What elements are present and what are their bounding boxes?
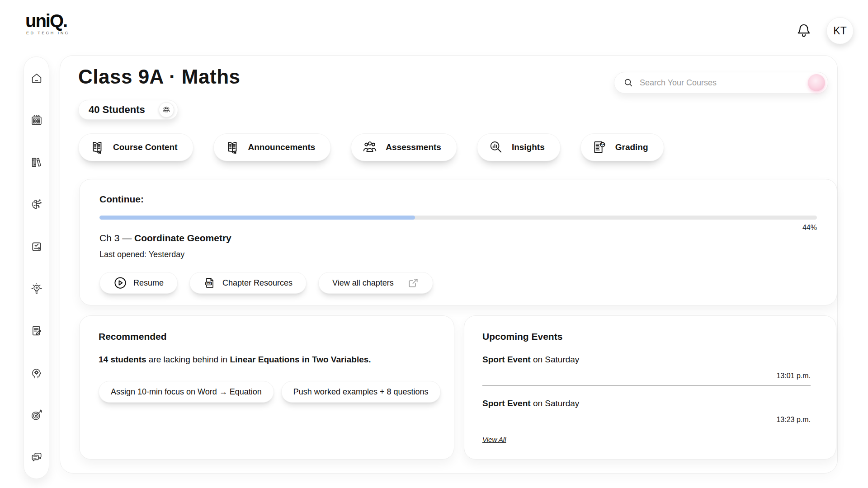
tab-announcements[interactable]: Announcements [213, 133, 331, 161]
event-title: Sport Event on Saturday [482, 399, 818, 408]
event-title: Sport Event on Saturday [482, 355, 818, 365]
graded-paper-icon: A+ [592, 140, 607, 155]
svg-text:A+: A+ [600, 143, 604, 146]
sidebar [24, 56, 49, 479]
lagging-students-count: 14 students [99, 355, 146, 364]
resume-label: Resume [133, 278, 164, 288]
progress-percent-label: 44% [99, 224, 817, 232]
open-book-icon [225, 140, 240, 155]
tab-label: Grading [615, 142, 648, 152]
recommended-card: Recommended 14 students are lacking behi… [79, 315, 454, 460]
event-name: Sport Event [482, 399, 531, 408]
calendar-icon [30, 114, 43, 127]
tab-insights[interactable]: Insights [477, 133, 561, 161]
user-avatar[interactable]: KT [826, 17, 854, 44]
page-title: Class 9A · Maths [78, 66, 240, 88]
chapter-progress-fill [99, 216, 415, 220]
recommended-actions: Assign 10-min focus on Word → Equation P… [99, 381, 435, 403]
recommended-message: 14 students are lacking behind in Linear… [99, 355, 435, 365]
tab-label: Insights [512, 142, 545, 152]
event-time: 13:01 p.m. [482, 372, 818, 380]
main-panel: Class 9A · Maths 40 Students [60, 55, 838, 474]
sidebar-item-home[interactable] [30, 71, 43, 85]
chapter-progress-bar [99, 216, 817, 220]
tab-label: Announcements [248, 142, 316, 152]
upcoming-events-card: Upcoming Events Sport Event on Saturday … [464, 315, 836, 460]
sidebar-item-goals[interactable] [30, 408, 43, 422]
view-all-chapters-button[interactable]: View all chapters [318, 272, 433, 294]
brand-tagline: ED TECH INC [26, 31, 70, 35]
topbar-actions: KT [793, 17, 854, 44]
continue-heading: Continue: [99, 194, 817, 205]
tab-assessments[interactable]: Assessments [351, 133, 457, 161]
notifications-button[interactable] [793, 20, 815, 42]
students-badge[interactable]: 40 Students [78, 100, 178, 120]
sidebar-item-ai[interactable] [30, 198, 43, 211]
students-badge-label: 40 Students [89, 104, 145, 116]
chapter-prefix: Ch 3 — [99, 233, 134, 243]
assign-focus-label: Assign 10-min focus on Word → Equation [111, 387, 262, 397]
sidebar-item-tasks[interactable] [30, 240, 43, 253]
tab-course-content[interactable]: Course Content [78, 133, 193, 161]
event-day: on Saturday [531, 399, 580, 408]
assignment-pen-icon [30, 324, 43, 337]
sidebar-item-library[interactable] [30, 155, 43, 169]
idea-lightbulb-icon [30, 282, 43, 295]
brand-logo: uniQ. ED TECH INC [25, 12, 70, 35]
push-examples-label: Push worked examples + 8 questions [293, 387, 429, 397]
push-examples-button[interactable]: Push worked examples + 8 questions [281, 381, 441, 403]
events-heading: Upcoming Events [482, 331, 818, 342]
chart-magnifier-icon [488, 140, 504, 155]
open-book-icon [90, 140, 105, 155]
students-group-icon [159, 102, 174, 117]
assign-focus-button[interactable]: Assign 10-min focus on Word → Equation [99, 381, 274, 403]
goal-target-icon [30, 409, 43, 422]
search-icon [623, 78, 633, 88]
continue-card: Continue: 44% Ch 3 — Coordinate Geometry… [79, 179, 837, 305]
people-group-icon [362, 140, 377, 155]
event-day: on Saturday [531, 355, 580, 364]
svg-text:PDF: PDF [207, 282, 211, 285]
sidebar-item-assignments[interactable] [30, 324, 43, 338]
event-row: Sport Event on Saturday 13:01 p.m. [482, 355, 818, 380]
resume-button[interactable]: Resume [99, 272, 178, 294]
course-tabs: Course Content Announcements Assessmen [78, 133, 664, 161]
sidebar-item-mind[interactable] [30, 366, 43, 380]
sidebar-item-messages[interactable] [30, 450, 43, 464]
play-circle-icon [113, 276, 127, 290]
brand-logo-text: uniQ. [25, 12, 70, 30]
library-books-icon [30, 156, 43, 169]
sidebar-item-calendar[interactable] [30, 113, 43, 127]
chat-icon [30, 451, 43, 464]
tab-label: Assessments [386, 142, 441, 152]
sidebar-item-ideas[interactable] [30, 282, 43, 296]
chapter-resources-label: Chapter Resources [222, 278, 292, 288]
chapter-name: Coordinate Geometry [134, 233, 231, 243]
search-action-button[interactable] [808, 74, 825, 91]
event-time: 13:23 p.m. [482, 416, 818, 424]
external-link-icon [407, 277, 419, 289]
lagging-topic: Linear Equations in Two Variables. [230, 355, 371, 364]
event-divider [482, 385, 811, 386]
recommended-heading: Recommended [99, 331, 435, 342]
mind-gear-icon [30, 367, 43, 380]
view-all-events-link[interactable]: View All [482, 436, 506, 443]
course-search [614, 72, 828, 94]
chapter-title: Ch 3 — Coordinate Geometry [99, 233, 817, 244]
ai-brain-icon [30, 198, 43, 211]
bell-icon [796, 23, 812, 39]
tab-grading[interactable]: A+ Grading [580, 133, 664, 161]
home-icon [30, 72, 43, 84]
task-checklist-icon [30, 240, 43, 253]
view-all-chapters-label: View all chapters [332, 278, 394, 288]
event-name: Sport Event [482, 355, 531, 364]
avatar-initials: KT [833, 25, 846, 37]
pdf-file-icon: PDF [203, 277, 216, 289]
recommended-message-mid: are lacking behind in [146, 355, 230, 364]
last-opened-label: Last opened: Yesterday [99, 250, 817, 259]
tab-label: Course Content [113, 142, 178, 152]
event-row: Sport Event on Saturday 13:23 p.m. [482, 399, 818, 424]
chapter-resources-button[interactable]: PDF Chapter Resources [189, 272, 307, 294]
search-input[interactable] [640, 78, 808, 88]
continue-actions: Resume PDF Chapter Resources View all ch… [99, 272, 817, 294]
